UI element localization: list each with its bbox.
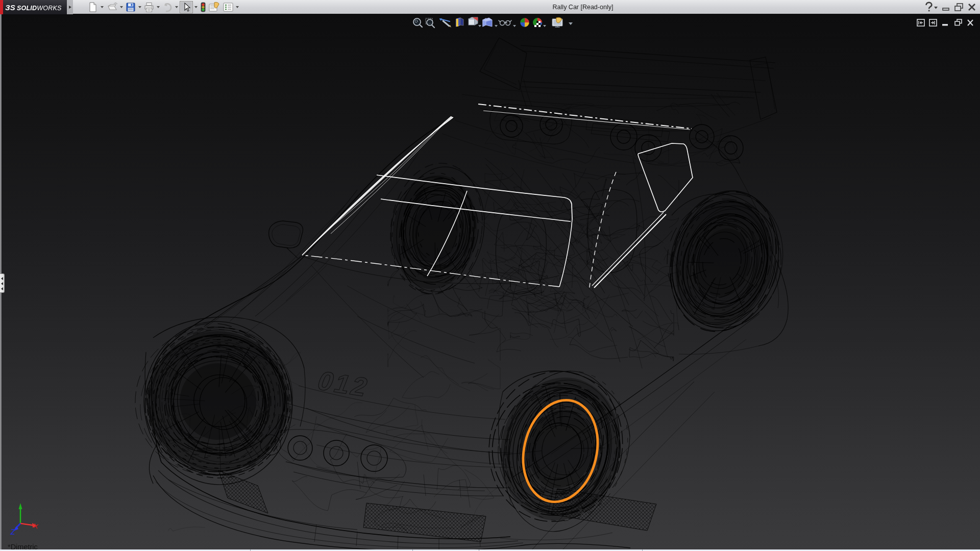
- svg-text:012: 012: [313, 366, 374, 402]
